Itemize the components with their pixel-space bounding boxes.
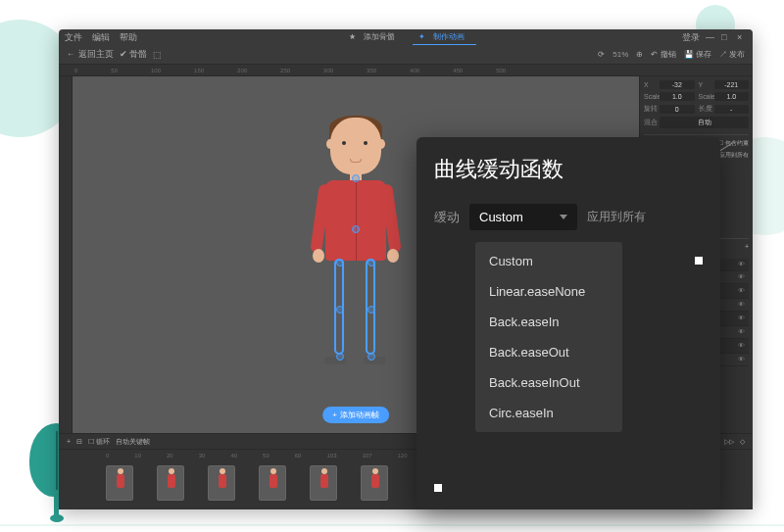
bone-joint[interactable] <box>336 259 344 266</box>
visibility-icon[interactable]: 👁 <box>738 261 746 268</box>
undo-button[interactable]: ↶ 撤销 <box>651 49 675 60</box>
keyframe-thumb[interactable] <box>361 465 388 501</box>
ease-option[interactable]: Back.easeOut <box>475 337 622 367</box>
menu-edit[interactable]: 编辑 <box>92 31 110 44</box>
add-frame-button[interactable]: + 添加动画帧 <box>322 407 389 423</box>
prop-y[interactable]: -221 <box>714 80 750 89</box>
ease-label: 缓动 <box>434 209 460 226</box>
visibility-icon[interactable]: 👁 <box>738 314 746 322</box>
timeline-add-icon[interactable]: + <box>67 438 71 445</box>
bone-joint[interactable] <box>368 306 375 314</box>
ease-option[interactable]: Linear.easeNone <box>475 276 622 307</box>
tool-icon[interactable]: ⬚ <box>153 50 162 60</box>
curve-handle[interactable] <box>695 257 703 265</box>
bone-joint[interactable] <box>368 259 375 266</box>
tab-add-bone[interactable]: ★ 添加骨骼 <box>343 29 407 45</box>
visibility-icon[interactable]: 👁 <box>738 301 746 309</box>
refresh-icon[interactable]: ⟳ <box>598 50 605 59</box>
ruler-vertical <box>59 76 73 433</box>
ease-select[interactable]: Custom <box>469 204 577 230</box>
ease-option[interactable]: Circ.easeIn <box>475 398 622 428</box>
visibility-icon[interactable]: 👁 <box>738 342 746 350</box>
loop-toggle[interactable]: ☐ 循环 <box>88 437 110 447</box>
menu-file[interactable]: 文件 <box>65 31 82 44</box>
chevron-down-icon <box>560 215 567 219</box>
save-button[interactable]: 💾 保存 <box>684 49 711 60</box>
login-link[interactable]: 登录 <box>682 31 700 44</box>
prop-scaley[interactable]: 1.0 <box>714 92 750 101</box>
prop-rotation[interactable]: 0 <box>660 105 695 114</box>
bone-joint[interactable] <box>352 225 360 233</box>
ruler-horizontal: 050100150200250300350400450500 <box>59 65 753 76</box>
search-icon[interactable]: ⊕ <box>636 50 643 59</box>
prop-length[interactable]: - <box>714 105 750 114</box>
keyframe-thumb[interactable] <box>310 465 337 501</box>
bone-joint[interactable] <box>336 306 344 314</box>
next-frame-icon[interactable]: ▷▷ <box>724 438 734 446</box>
minimize-icon[interactable]: — <box>706 32 715 42</box>
popup-title: 曲线缓动函数 <box>434 155 703 184</box>
close-icon[interactable]: × <box>737 32 747 42</box>
titlebar: 文件 编辑 帮助 ★ 添加骨骼 ✦ 制作动画 登录 — □ × <box>59 29 753 45</box>
keyframe-thumb[interactable] <box>259 465 286 501</box>
ease-dropdown: Custom Linear.easeNone Back.easeIn Back.… <box>475 242 622 432</box>
ease-option[interactable]: Back.easeInOut <box>475 367 622 398</box>
back-button[interactable]: ← 返回主页 <box>67 48 114 61</box>
visibility-icon[interactable]: 👁 <box>738 273 746 281</box>
visibility-icon[interactable]: 👁 <box>738 328 746 336</box>
character-rig[interactable] <box>287 118 424 392</box>
zoom-level[interactable]: 51% <box>612 50 628 59</box>
prop-x[interactable]: -32 <box>660 80 695 89</box>
timeline-collapse-icon[interactable]: ⊟ <box>76 438 82 446</box>
publish-button[interactable]: ↗ 发布 <box>719 49 745 60</box>
curve-handle[interactable] <box>434 484 442 492</box>
toolbar: ← 返回主页 ✔ 骨骼 ⬚ ⟳ 51% ⊕ ↶ 撤销 💾 保存 ↗ 发布 <box>59 45 753 65</box>
prop-blend[interactable]: 自动 <box>660 117 749 128</box>
easing-popup: 曲线缓动函数 缓动 Custom 应用到所有 Custom Linear.eas… <box>416 137 720 509</box>
keyframe-thumb[interactable] <box>106 465 133 501</box>
bone-joint[interactable] <box>368 353 375 361</box>
keyframe-thumb[interactable] <box>208 465 235 501</box>
record-icon[interactable]: ◇ <box>740 438 745 446</box>
apply-all-link[interactable]: 应用到所有 <box>719 151 749 160</box>
curve-editor[interactable] <box>434 433 703 492</box>
ease-option[interactable]: Custom <box>475 246 622 276</box>
bone-joint[interactable] <box>336 353 344 361</box>
add-action-icon[interactable]: + <box>745 243 749 253</box>
visibility-icon[interactable]: 👁 <box>738 287 746 295</box>
ease-option[interactable]: Back.easeIn <box>475 307 622 337</box>
apply-all-button[interactable]: 应用到所有 <box>587 209 646 225</box>
autokey-toggle[interactable]: 自动关键帧 <box>116 437 150 447</box>
maximize-icon[interactable]: □ <box>721 32 731 42</box>
menu-help[interactable]: 帮助 <box>120 31 137 44</box>
visibility-icon[interactable]: 👁 <box>738 356 746 363</box>
bone-toggle[interactable]: ✔ 骨骼 <box>120 48 148 61</box>
keyframe-thumb[interactable] <box>157 465 184 501</box>
tab-make-anim[interactable]: ✦ 制作动画 <box>413 29 476 45</box>
bone-joint[interactable] <box>352 174 360 182</box>
prop-scalex[interactable]: 1.0 <box>660 92 695 101</box>
